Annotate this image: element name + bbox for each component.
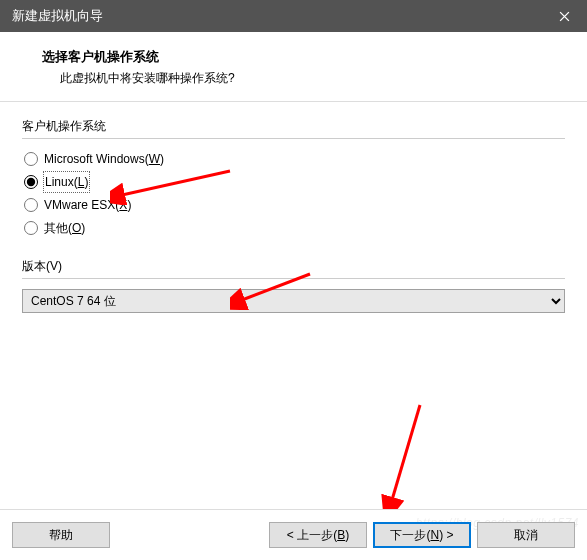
radio-label-linux[interactable]: Linux(L) bbox=[44, 172, 89, 192]
help-button[interactable]: 帮助 bbox=[12, 522, 110, 548]
version-label: 版本(V) bbox=[22, 258, 565, 275]
radio-esx[interactable]: VMware ESX(X) bbox=[24, 195, 565, 215]
page-subtitle: 此虚拟机中将安装哪种操作系统? bbox=[60, 70, 575, 87]
close-button[interactable] bbox=[541, 0, 587, 32]
back-button[interactable]: < 上一步(B) bbox=[269, 522, 367, 548]
radio-label-esx[interactable]: VMware ESX(X) bbox=[44, 195, 131, 215]
radio-input-esx[interactable] bbox=[24, 198, 38, 212]
cancel-button[interactable]: 取消 bbox=[477, 522, 575, 548]
page-title: 选择客户机操作系统 bbox=[42, 48, 575, 66]
annotation-arrow-icon bbox=[380, 400, 440, 510]
radio-linux[interactable]: Linux(L) bbox=[24, 172, 565, 192]
wizard-header: 选择客户机操作系统 此虚拟机中将安装哪种操作系统? bbox=[0, 32, 587, 102]
titlebar: 新建虚拟机向导 bbox=[0, 0, 587, 32]
version-select[interactable]: CentOS 7 64 位 bbox=[22, 289, 565, 313]
version-group: 版本(V) CentOS 7 64 位 bbox=[22, 258, 565, 313]
next-button[interactable]: 下一步(N) > bbox=[373, 522, 471, 548]
radio-windows[interactable]: Microsoft Windows(W) bbox=[24, 149, 565, 169]
wizard-content: 客户机操作系统 Microsoft Windows(W) Linux(L) VM… bbox=[0, 102, 587, 321]
separator bbox=[22, 278, 565, 279]
radio-input-windows[interactable] bbox=[24, 152, 38, 166]
close-icon bbox=[559, 11, 570, 22]
wizard-footer: 帮助 < 上一步(B) 下一步(N) > 取消 bbox=[0, 509, 587, 560]
radio-label-other[interactable]: 其他(O) bbox=[44, 218, 85, 238]
os-group-label: 客户机操作系统 bbox=[22, 118, 565, 135]
radio-input-other[interactable] bbox=[24, 221, 38, 235]
radio-input-linux[interactable] bbox=[24, 175, 38, 189]
radio-other[interactable]: 其他(O) bbox=[24, 218, 565, 238]
window-title: 新建虚拟机向导 bbox=[12, 7, 103, 25]
svg-line-5 bbox=[392, 405, 420, 500]
radio-label-windows[interactable]: Microsoft Windows(W) bbox=[44, 149, 164, 169]
separator bbox=[22, 138, 565, 139]
